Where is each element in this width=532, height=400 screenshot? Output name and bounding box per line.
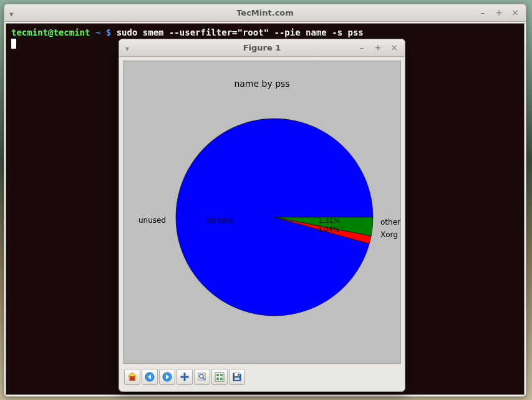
figure-titlebar: ▾ Figure 1 – + × xyxy=(119,39,405,57)
zoom-icon xyxy=(197,372,207,382)
figure-close-button[interactable]: × xyxy=(389,42,400,53)
pan-icon xyxy=(180,372,190,382)
figure-maximize-button[interactable]: + xyxy=(372,42,384,53)
save-button[interactable] xyxy=(229,369,245,385)
forward-button[interactable] xyxy=(159,369,175,385)
prompt-path: ~ xyxy=(95,27,106,37)
terminal-titlebar: ▾ TecMint.com – + × xyxy=(4,4,526,22)
figure-minimize-button[interactable]: – xyxy=(356,42,367,53)
svg-rect-9 xyxy=(220,378,223,380)
figure-menu-icon[interactable]: ▾ xyxy=(125,44,129,53)
pan-button[interactable] xyxy=(177,369,193,385)
svg-rect-8 xyxy=(216,378,219,380)
home-button[interactable] xyxy=(124,369,140,385)
home-icon xyxy=(127,372,137,382)
terminal-menu-icon[interactable]: ▾ xyxy=(9,9,14,19)
subplots-button[interactable] xyxy=(211,369,228,385)
terminal-title: TecMint.com xyxy=(4,8,526,17)
label-other: other xyxy=(380,218,400,227)
prompt-dollar: $ xyxy=(106,27,111,37)
terminal-window-controls: – + × xyxy=(477,7,521,18)
label-xorg-pct: 3.04% xyxy=(317,225,339,233)
back-button[interactable] xyxy=(142,369,158,385)
label-unused-pct: 95.66% xyxy=(207,217,233,225)
label-unused: unused xyxy=(138,216,166,225)
svg-rect-6 xyxy=(216,374,219,376)
chart-title: name by pss xyxy=(123,79,400,89)
pie-chart xyxy=(175,117,374,317)
save-icon xyxy=(232,372,242,382)
close-button[interactable]: × xyxy=(510,7,521,18)
back-icon xyxy=(145,372,155,382)
minimize-button[interactable]: – xyxy=(477,7,488,18)
figure-toolbar xyxy=(123,366,401,388)
maximize-button[interactable]: + xyxy=(493,7,505,18)
cursor xyxy=(11,39,16,49)
figure-canvas: name by pss unused 95.66% other Xorg 1.3… xyxy=(123,61,401,364)
label-other-pct: 1.31% xyxy=(318,217,340,225)
forward-icon xyxy=(162,372,172,382)
subplots-icon xyxy=(215,372,225,382)
figure-window-controls: – + × xyxy=(356,42,400,53)
figure-window: ▾ Figure 1 – + × name by pss unused 95.6… xyxy=(118,39,405,392)
svg-rect-12 xyxy=(235,378,239,380)
svg-rect-11 xyxy=(238,374,239,376)
svg-rect-7 xyxy=(220,374,223,376)
prompt-user: tecmint@tecmint xyxy=(11,27,90,37)
label-xorg: Xorg xyxy=(380,230,398,239)
command-text: sudo smem --userfilter="root" --pie name… xyxy=(117,27,364,37)
zoom-button[interactable] xyxy=(194,369,210,385)
